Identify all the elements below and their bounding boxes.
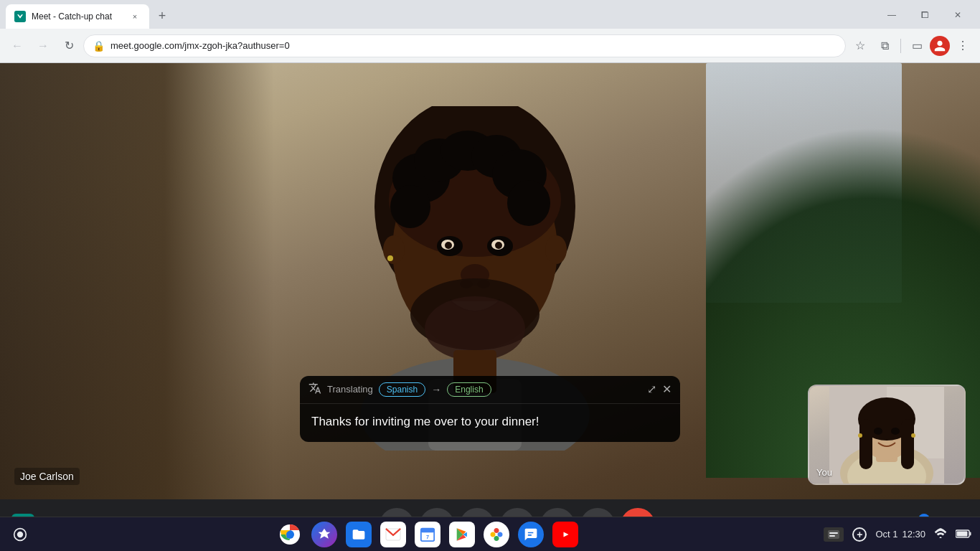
bookshelf	[0, 63, 274, 499]
translate-icon	[308, 382, 321, 397]
translating-label: Translating	[327, 384, 373, 395]
chrome-icon[interactable]	[277, 522, 303, 547]
time-display: 12:30	[902, 529, 925, 540]
translation-actions: ⤢ ✕	[647, 382, 672, 396]
back-button[interactable]: ←	[6, 34, 29, 57]
system-tray: + Oct 1 12:30	[824, 527, 971, 542]
photos-icon[interactable]	[484, 522, 509, 547]
captions-tray-icon[interactable]	[824, 527, 844, 542]
source-language-badge: Spanish	[379, 382, 425, 397]
svg-rect-57	[970, 532, 971, 535]
svg-point-54	[940, 537, 942, 538]
refresh-button[interactable]: ↻	[57, 34, 80, 57]
svg-point-24	[390, 185, 430, 228]
bookmark-button[interactable]: ☆	[849, 34, 872, 57]
youtube-icon[interactable]	[552, 522, 578, 547]
address-bar[interactable]: 🔒 meet.google.com/jmx-zgoh-jka?authuser=…	[83, 34, 846, 57]
profile-button[interactable]	[930, 36, 950, 56]
browser-toolbar: ← → ↻ 🔒 meet.google.com/jmx-zgoh-jka?aut…	[0, 29, 980, 63]
datetime-display: Oct 1 12:30	[875, 529, 925, 540]
meet-content: Joe Carlson Translating Spanish → Englis…	[0, 63, 980, 551]
new-tab-button[interactable]: +	[152, 6, 172, 26]
play-store-icon[interactable]	[449, 522, 475, 547]
target-language-badge: English	[447, 382, 491, 397]
chrome-menu-button[interactable]: ⋮	[951, 34, 974, 57]
svg-rect-35	[859, 419, 872, 469]
svg-point-8	[445, 242, 452, 249]
battery-icon[interactable]	[956, 528, 971, 541]
svg-point-9	[495, 242, 502, 249]
svg-point-25	[383, 235, 405, 264]
svg-rect-52	[829, 532, 838, 534]
translation-overlay: Translating Spanish → English ⤢ ✕ Thanks…	[300, 376, 680, 443]
taskbar-left	[9, 523, 32, 546]
close-translation-button[interactable]: ✕	[662, 382, 672, 396]
self-video: You	[808, 385, 966, 485]
extension-button[interactable]: ⧉	[873, 34, 896, 57]
close-button[interactable]: ✕	[941, 4, 974, 26]
toolbar-actions: ☆ ⧉ ▭ ⋮	[849, 34, 974, 57]
split-view-button[interactable]: ▭	[905, 34, 928, 57]
window-controls: — ⧠ ✕	[875, 4, 974, 26]
tab-title: Meet - Catch-up chat	[32, 11, 123, 22]
svg-point-37	[874, 428, 882, 435]
svg-point-43	[17, 531, 23, 537]
taskbar-app-icons: 7	[32, 522, 824, 547]
svg-rect-53	[829, 535, 835, 537]
translation-text: Thanks for inviting me over to your dinn…	[300, 404, 680, 443]
messages-icon[interactable]	[518, 522, 544, 547]
files-icon[interactable]	[346, 522, 372, 547]
svg-point-39	[858, 433, 862, 438]
svg-text:7: 7	[426, 533, 429, 540]
gemini-icon[interactable]	[311, 522, 337, 547]
url-text: meet.google.com/jmx-zgoh-jka?authuser=0	[110, 40, 837, 51]
svg-point-38	[891, 428, 900, 435]
toolbar-divider	[900, 39, 901, 53]
tab-bar: Meet - Catch-up chat × + — ⧠ ✕	[0, 0, 980, 29]
svg-point-46	[286, 531, 293, 538]
svg-rect-56	[957, 531, 968, 536]
self-video-background	[809, 386, 964, 484]
main-video: Joe Carlson Translating Spanish → Englis…	[0, 63, 980, 499]
date-display: Oct 1	[875, 529, 897, 540]
gmail-icon[interactable]	[380, 522, 406, 547]
svg-point-26	[545, 235, 567, 264]
svg-point-40	[911, 433, 915, 438]
translation-header: Translating Spanish → English ⤢ ✕	[300, 376, 680, 404]
screen-record-icon[interactable]	[9, 523, 32, 546]
video-area: Joe Carlson Translating Spanish → Englis…	[0, 63, 980, 499]
svg-point-27	[387, 255, 393, 261]
lock-icon: 🔒	[93, 40, 105, 52]
browser-frame: Meet - Catch-up chat × + — ⧠ ✕ ← → ↻ 🔒 m…	[0, 0, 980, 551]
tab-close-button[interactable]: ×	[129, 11, 141, 22]
minimize-button[interactable]: —	[875, 4, 908, 26]
wifi-icon[interactable]	[934, 528, 947, 541]
forward-button[interactable]: →	[32, 34, 55, 57]
plus-button[interactable]: +	[852, 527, 867, 542]
translation-arrow: →	[431, 384, 441, 395]
expand-translation-button[interactable]: ⤢	[647, 382, 656, 396]
svg-rect-51	[828, 530, 839, 539]
self-person-svg	[829, 387, 944, 484]
maximize-button[interactable]: ⧠	[908, 4, 941, 26]
tab-favicon	[14, 11, 26, 22]
taskbar: 7 + Oct 1 12:30	[0, 517, 980, 551]
svg-point-23	[507, 180, 550, 226]
participant-name: Joe Carlson	[14, 468, 80, 485]
self-label: You	[816, 467, 832, 478]
active-tab[interactable]: Meet - Catch-up chat ×	[6, 4, 149, 29]
svg-rect-49	[421, 528, 434, 532]
calendar-icon[interactable]: 7	[415, 522, 440, 547]
svg-rect-36	[901, 419, 914, 469]
